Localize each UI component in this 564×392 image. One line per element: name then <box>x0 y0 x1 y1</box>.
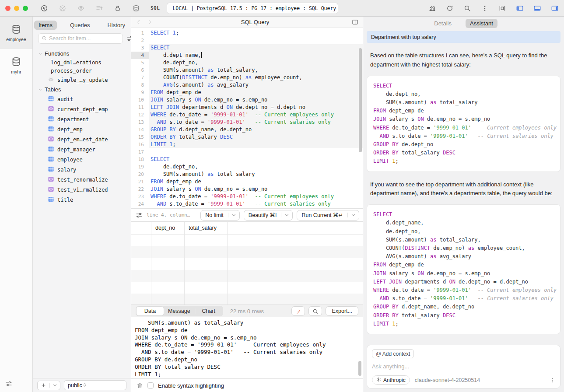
editor-line-17[interactable]: 17 <box>131 148 363 156</box>
tree-item-department[interactable]: department <box>33 114 131 124</box>
editor-line-19[interactable]: 19 de.dept_no, <box>131 163 363 171</box>
toggle-right-panel-icon[interactable] <box>551 4 559 12</box>
results-tab-data[interactable]: Data <box>137 307 164 315</box>
table-row[interactable] <box>131 234 363 246</box>
split-view-icon[interactable] <box>352 19 358 25</box>
chart-icon[interactable] <box>428 4 436 12</box>
section-tables[interactable]: Tables <box>33 85 131 94</box>
editor-line-21[interactable]: 21 FROM dept_emp de <box>131 178 363 186</box>
editor-line-2[interactable]: 2 <box>131 37 363 44</box>
tree-item-dept_emp[interactable]: dept_emp <box>33 124 131 134</box>
panel-tab-assistant[interactable]: Assistant <box>466 19 497 28</box>
conversation-title[interactable]: Department with top salary <box>367 31 560 43</box>
sidebar-tab-history[interactable]: History <box>103 21 129 30</box>
editor-scrollbar[interactable] <box>359 48 362 152</box>
trash-icon[interactable] <box>137 382 143 389</box>
results-grid-body[interactable] <box>131 234 363 304</box>
table-row[interactable] <box>131 270 363 282</box>
editor-line-1[interactable]: 1 SELECT 1; <box>131 29 363 37</box>
connection-plug-icon[interactable] <box>40 4 48 12</box>
lock-icon[interactable] <box>114 4 122 12</box>
provider-selector[interactable]: Anthropic <box>372 375 410 385</box>
add-context-button[interactable]: @ Add context <box>372 349 414 358</box>
editor-line-16[interactable]: 16 LIMIT 1; <box>131 141 363 148</box>
toggle-bottom-panel-icon[interactable] <box>533 4 541 12</box>
message-panel[interactable]: SUM(s.amount) as total_salaryFROM dept_e… <box>131 317 363 378</box>
eye-icon[interactable] <box>77 4 85 12</box>
database-icon[interactable] <box>132 4 140 12</box>
search-results-button[interactable] <box>308 306 322 316</box>
results-tab-message[interactable]: Message <box>164 307 195 315</box>
filter-icon[interactable] <box>5 380 12 389</box>
message-scrollbar[interactable] <box>358 361 361 376</box>
minimize-window-button[interactable] <box>14 6 19 11</box>
back-icon[interactable] <box>136 19 142 25</box>
editor-line-3[interactable]: 3 SELECT <box>131 44 363 52</box>
connection-employee[interactable]: employee <box>0 17 32 49</box>
editor-line-13[interactable]: 13 AND s.to_date = '9999-01-01' -- Curre… <box>131 119 363 126</box>
panel-tab-details[interactable]: Details <box>430 19 456 28</box>
tree-item-simple_…y_update[interactable]: simple_…y_update <box>33 75 131 85</box>
editor-line-10[interactable]: 10 JOIN salary s ON de.emp_no = s.emp_no <box>131 96 363 104</box>
tree-item-dept_em…est_date[interactable]: dept_em…est_date <box>33 134 131 144</box>
more-kebab-icon[interactable] <box>481 4 489 12</box>
editor-line-9[interactable]: 9 FROM dept_emp de <box>131 89 363 96</box>
editor-line-14[interactable]: 14 GROUP BY d.dept_name, de.dept_no <box>131 126 363 133</box>
tree-item-audit[interactable]: audit <box>33 94 131 104</box>
editor-line-23[interactable]: 23 WHERE de.to_date = '9999-01-01' -- Cu… <box>131 193 363 200</box>
editor-line-20[interactable]: 20 SUM(s.amount) as total_salary <box>131 171 363 178</box>
connection-myhr[interactable]: myhr <box>0 49 32 81</box>
results-tab-chart[interactable]: Chart <box>195 307 222 315</box>
editor-line-12[interactable]: 12 WHERE de.to_date = '9999-01-01' -- Cu… <box>131 111 363 119</box>
sql-editor[interactable]: 1 SELECT 1; 2 3 SELECT 4 d.dept_name, 5 … <box>131 28 363 208</box>
tree-item-title[interactable]: title <box>33 195 131 205</box>
sidebar-tab-items[interactable]: Items <box>34 21 57 30</box>
editor-line-18[interactable]: 18 SELECT <box>131 156 363 163</box>
tree-item-dept_manager[interactable]: dept_manager <box>33 144 131 154</box>
table-row[interactable] <box>131 282 363 294</box>
tree-item-employee[interactable]: employee <box>33 154 131 164</box>
column-header-dept_no[interactable]: dept_no <box>151 222 185 234</box>
schema-select[interactable]: public <box>64 380 126 390</box>
search-box[interactable] <box>38 33 123 44</box>
forward-icon[interactable] <box>147 19 153 25</box>
limit-button[interactable]: No limit <box>200 210 240 220</box>
refresh-icon[interactable] <box>446 4 454 12</box>
toggle-left-panel-icon[interactable] <box>516 4 524 12</box>
editor-line-24[interactable]: 24 AND s.to_date = '9999-01-01' -- Curre… <box>131 200 363 208</box>
add-item-button[interactable] <box>37 381 60 390</box>
run-current-button[interactable]: Run Current ⌘↵ <box>297 210 359 220</box>
zoom-window-button[interactable] <box>23 6 28 11</box>
ask-anything-input[interactable] <box>372 363 555 370</box>
syntax-highlighting-checkbox[interactable] <box>147 382 154 388</box>
table-row[interactable] <box>131 294 363 304</box>
open-queries-icon[interactable] <box>95 4 103 12</box>
beautify-button[interactable]: Beautify ⌘I <box>244 210 293 220</box>
table-row[interactable] <box>131 258 363 270</box>
center-layout-icon[interactable] <box>498 4 506 12</box>
pin-result-button[interactable] <box>291 306 305 316</box>
export-button[interactable]: Export... <box>326 306 358 316</box>
tree-item-salary[interactable]: salary <box>33 164 131 175</box>
editor-line-5[interactable]: 5 de.dept_no, <box>131 59 363 66</box>
column-header-total_salary[interactable]: total_salary <box>185 222 228 234</box>
editor-line-22[interactable]: 22 JOIN salary s ON de.emp_no = s.emp_no <box>131 186 363 193</box>
sidebar-tab-queries[interactable]: Queries <box>66 21 95 30</box>
tree-item-test_renormalize[interactable]: test_renormalize <box>33 175 131 185</box>
disconnect-icon[interactable] <box>59 4 67 12</box>
editor-line-11[interactable]: 11 LEFT JOIN departments d ON de.dept_no… <box>131 104 363 111</box>
composer-menu-icon[interactable] <box>549 377 555 383</box>
tree-item-log_dml…erations[interactable]: log_dml…erations <box>33 58 131 66</box>
tree-item-current_dept_emp[interactable]: current_dept_emp <box>33 104 131 114</box>
table-row[interactable] <box>131 246 363 258</box>
search-icon[interactable] <box>463 4 471 12</box>
close-window-button[interactable] <box>5 6 11 11</box>
tree-item-test_vi…rmalized[interactable]: test_vi…rmalized <box>33 185 131 195</box>
editor-line-8[interactable]: 8 AVG(s.amount) as avg_salary <box>131 81 363 89</box>
editor-line-15[interactable]: 15 ORDER BY total_salary DESC <box>131 133 363 141</box>
section-functions[interactable]: Functions <box>33 49 131 58</box>
editor-line-7[interactable]: 7 COUNT(DISTINCT de.emp_no) as employee_… <box>131 74 363 81</box>
editor-line-4[interactable]: 4 d.dept_name, <box>131 52 363 59</box>
tree-item-process_order[interactable]: process_order <box>33 66 131 75</box>
editor-line-6[interactable]: 6 SUM(s.amount) as total_salary, <box>131 66 363 74</box>
